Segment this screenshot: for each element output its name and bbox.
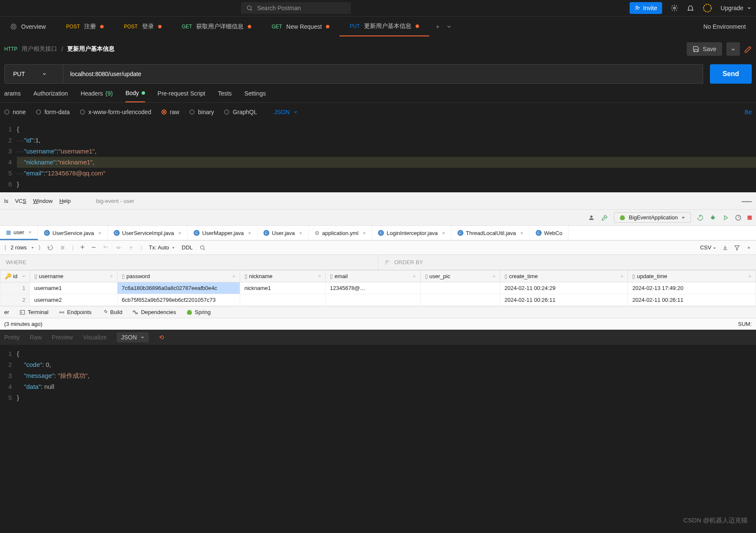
resp-tab-pretty[interactable]: Pretty [4,334,20,341]
stop-icon[interactable] [60,245,65,250]
body-format-selector[interactable]: JSON [274,109,298,115]
chevron-down-icon[interactable] [446,24,452,30]
nav-last-icon[interactable]: ⟩ [38,244,41,251]
add-row-button[interactable]: + [80,243,85,252]
table-row[interactable]: 2 username2 6cb75f652a9b52798eb6cf220105… [0,294,756,306]
edit-button[interactable] [744,45,752,54]
tab-settings[interactable]: Settings [244,90,266,102]
file-tab-userservice[interactable]: CUserService.java× [38,226,108,240]
ddl-button[interactable]: DDL [182,244,193,251]
remove-row-button[interactable]: − [91,243,96,252]
refresh-icon[interactable] [47,245,53,251]
file-tab-application-yml[interactable]: ⚙application.yml× [309,226,373,240]
commit-icon[interactable] [115,245,121,251]
file-tab-userserviceimpl[interactable]: CUserServiceImpl.java× [108,226,188,240]
body-editor[interactable]: 123456 { ····"id":1, ····"username":"use… [0,121,756,192]
undo-icon[interactable] [103,245,109,251]
resp-format-selector[interactable]: JSON [117,332,148,342]
url-input[interactable]: localhost:8080/user/update [63,64,703,84]
debug-icon[interactable] [709,214,716,221]
upload-icon[interactable] [128,245,134,251]
radio-raw[interactable]: raw [162,109,180,115]
tab-overview[interactable]: Overview [0,16,56,36]
method-selector[interactable]: PUT [4,64,63,84]
file-tab-webco[interactable]: CWebCo [530,226,569,240]
new-tab-button[interactable]: + [429,23,446,30]
response-body[interactable]: 12345 { "code": 0, "message": "操作成功", "d… [0,345,756,413]
invite-button[interactable]: Invite [630,2,662,14]
search-input[interactable]: Search Postman [241,2,351,14]
filter-icon[interactable] [734,245,740,251]
table-row[interactable]: 1 username1 7c6a180b36896a0a8c02787eeafb… [0,282,756,294]
upgrade-button[interactable]: Upgrade [720,5,752,11]
tw-er[interactable]: er [4,309,9,315]
minimize-button[interactable]: — [742,195,752,207]
csv-button[interactable]: CSV [700,244,716,251]
collection-name[interactable]: 用户相关接口 [22,45,57,53]
close-icon[interactable]: × [178,230,182,236]
close-icon[interactable]: × [520,230,523,236]
resp-tab-visualize[interactable]: Visualize [83,334,107,341]
bell-icon[interactable] [687,4,694,12]
tx-mode[interactable]: Tx: Auto [149,244,175,251]
resp-tab-preview[interactable]: Preview [52,334,73,341]
menu-help[interactable]: Help [59,198,71,204]
resp-tab-raw[interactable]: Raw [30,334,42,341]
radio-xwww[interactable]: x-www-form-urlencoded [80,109,151,115]
radio-none[interactable]: none [4,109,26,115]
tab-body[interactable]: Body [126,90,145,102]
tab-new-request[interactable]: GET New Request [261,16,340,36]
selected-cell[interactable]: 7c6a180b36896a0a8c02787eeafb0e4c [117,282,240,294]
tw-build[interactable]: Build [102,309,123,315]
radio-graphql[interactable]: GraphQL [224,109,257,115]
tab-headers[interactable]: Headers (9) [81,90,113,102]
menu-window[interactable]: Window [33,198,52,204]
rerun-icon[interactable] [697,214,704,221]
hammer-icon[interactable] [601,214,608,221]
file-tab-threadlocalutil[interactable]: CThreadLocalUtil.java× [452,226,530,240]
orderby-input[interactable]: ORDER BY [378,255,756,270]
environment-selector[interactable]: No Environment [693,23,756,30]
radio-binary[interactable]: binary [189,109,214,115]
close-icon[interactable]: × [98,230,101,236]
run-config-selector[interactable]: BigEventApplication [614,212,691,223]
tab-register[interactable]: POST 注册 [56,16,114,36]
beautify-link[interactable]: Be [745,109,752,115]
settings-icon[interactable] [746,245,752,251]
search-icon[interactable] [200,245,205,251]
close-icon[interactable]: × [363,230,366,236]
file-tab-user-db[interactable]: ▦user× [0,226,38,240]
tab-params[interactable]: arams [4,90,21,102]
download-icon[interactable] [722,245,728,251]
profiler-icon[interactable] [735,214,742,221]
send-button[interactable]: Send [710,64,752,84]
file-tab-logininterceptor[interactable]: CLoginInterceptor.java× [372,226,451,240]
tab-get-user-detail[interactable]: GET 获取用户详细信息 [172,16,262,36]
gear-icon[interactable] [671,4,678,12]
user-icon[interactable] [589,214,595,221]
tw-dependencies[interactable]: Dependencies [132,309,176,315]
save-button[interactable]: Save [687,42,722,56]
stop-icon[interactable] [748,216,752,220]
menu-vcs[interactable]: VCS [15,198,26,204]
save-dropdown[interactable] [726,42,740,56]
wrap-button[interactable]: ⟲ [159,334,164,341]
run-coverage-icon[interactable] [722,214,729,221]
close-icon[interactable]: × [299,230,302,236]
menu-tools[interactable]: ls [4,198,8,204]
chevron-down-icon[interactable] [31,246,34,249]
tab-prerequest[interactable]: Pre-request Script [158,90,205,102]
nav-first-icon[interactable]: ⟨ [4,244,6,251]
tab-update-user[interactable]: PUT 更新用户基本信息 [340,16,429,36]
avatar-icon[interactable] [703,3,712,13]
request-name[interactable]: 更新用户基本信息 [67,45,115,53]
tw-endpoints[interactable]: Endpoints [59,309,92,315]
tab-authorization[interactable]: Authorization [33,90,68,102]
close-icon[interactable]: × [442,230,445,236]
tab-login[interactable]: POST 登录 [114,16,172,36]
close-icon[interactable]: × [248,230,251,236]
tab-tests[interactable]: Tests [218,90,232,102]
radio-formdata[interactable]: form-data [36,109,70,115]
file-tab-user-java[interactable]: CUser.java× [257,226,309,240]
close-icon[interactable]: × [28,229,32,235]
